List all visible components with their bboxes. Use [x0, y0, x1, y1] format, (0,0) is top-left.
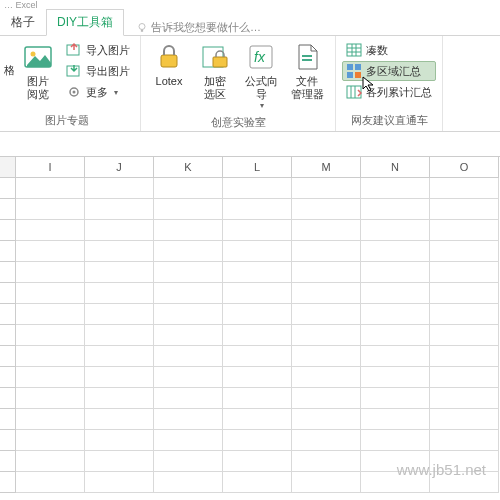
cell[interactable]	[430, 241, 499, 262]
cell[interactable]	[16, 409, 85, 430]
cell[interactable]	[361, 241, 430, 262]
cell[interactable]	[292, 367, 361, 388]
cell[interactable]	[154, 241, 223, 262]
select-all-corner[interactable]	[0, 157, 16, 178]
cell[interactable]	[292, 241, 361, 262]
lotex-button[interactable]: Lotex	[147, 38, 191, 113]
cell[interactable]	[292, 304, 361, 325]
cell[interactable]	[154, 283, 223, 304]
col-header[interactable]: M	[292, 157, 361, 178]
cell[interactable]	[16, 262, 85, 283]
cell[interactable]	[223, 367, 292, 388]
cell[interactable]	[430, 304, 499, 325]
cell[interactable]	[154, 199, 223, 220]
multi-region-summary-button[interactable]: 多区域汇总	[342, 61, 436, 81]
cell[interactable]	[361, 409, 430, 430]
cell[interactable]	[16, 304, 85, 325]
cell[interactable]	[223, 304, 292, 325]
tell-me-search[interactable]: 告诉我您想要做什么…	[136, 20, 261, 35]
cell[interactable]	[85, 241, 154, 262]
col-header[interactable]: I	[16, 157, 85, 178]
cell[interactable]	[16, 220, 85, 241]
cell[interactable]	[85, 262, 154, 283]
cell[interactable]	[16, 325, 85, 346]
cell[interactable]	[85, 325, 154, 346]
cell[interactable]	[154, 409, 223, 430]
row-header[interactable]	[0, 451, 16, 472]
cell[interactable]	[85, 409, 154, 430]
cell[interactable]	[361, 199, 430, 220]
tab-partial-left[interactable]: 格子	[0, 9, 46, 35]
cell[interactable]	[154, 325, 223, 346]
cell[interactable]	[292, 262, 361, 283]
row-header[interactable]	[0, 178, 16, 199]
cell[interactable]	[361, 283, 430, 304]
row-header[interactable]	[0, 220, 16, 241]
cell[interactable]	[16, 241, 85, 262]
col-header[interactable]: O	[430, 157, 499, 178]
row-header[interactable]	[0, 346, 16, 367]
cell[interactable]	[154, 346, 223, 367]
cell[interactable]	[16, 199, 85, 220]
export-image-button[interactable]: 导出图片	[62, 61, 134, 81]
cell[interactable]	[430, 178, 499, 199]
cell[interactable]	[430, 283, 499, 304]
cell[interactable]	[430, 199, 499, 220]
cell[interactable]	[430, 430, 499, 451]
cell[interactable]	[154, 472, 223, 493]
cell[interactable]	[223, 325, 292, 346]
row-header[interactable]	[0, 409, 16, 430]
cell[interactable]	[85, 346, 154, 367]
cell[interactable]	[16, 346, 85, 367]
cell[interactable]	[154, 388, 223, 409]
row-header[interactable]	[0, 283, 16, 304]
cell[interactable]	[16, 283, 85, 304]
cell[interactable]	[292, 409, 361, 430]
cell[interactable]	[223, 346, 292, 367]
cell[interactable]	[430, 388, 499, 409]
cell[interactable]	[223, 241, 292, 262]
cell[interactable]	[292, 199, 361, 220]
cell[interactable]	[16, 430, 85, 451]
cell[interactable]	[85, 388, 154, 409]
cell[interactable]	[430, 409, 499, 430]
cell[interactable]	[154, 367, 223, 388]
formula-wizard-button[interactable]: fx 公式向导▾	[239, 38, 283, 113]
cell[interactable]	[85, 472, 154, 493]
cell[interactable]	[292, 430, 361, 451]
cell[interactable]	[85, 430, 154, 451]
cell[interactable]	[154, 451, 223, 472]
encrypt-selection-button[interactable]: 加密选区	[193, 38, 237, 113]
cell[interactable]	[85, 199, 154, 220]
cell[interactable]	[361, 325, 430, 346]
col-header[interactable]: K	[154, 157, 223, 178]
cell[interactable]	[85, 451, 154, 472]
cell[interactable]	[16, 451, 85, 472]
row-header[interactable]	[0, 325, 16, 346]
row-header[interactable]	[0, 241, 16, 262]
row-header[interactable]	[0, 430, 16, 451]
cell[interactable]	[292, 325, 361, 346]
cell[interactable]	[85, 283, 154, 304]
more-button[interactable]: 更多▾	[62, 82, 134, 102]
cell[interactable]	[292, 346, 361, 367]
cell[interactable]	[430, 325, 499, 346]
cell[interactable]	[361, 346, 430, 367]
cell[interactable]	[223, 262, 292, 283]
cell[interactable]	[85, 178, 154, 199]
cell[interactable]	[223, 283, 292, 304]
cell[interactable]	[223, 178, 292, 199]
col-header[interactable]: L	[223, 157, 292, 178]
cell[interactable]	[361, 220, 430, 241]
cell[interactable]	[223, 409, 292, 430]
cell[interactable]	[292, 220, 361, 241]
cell[interactable]	[430, 346, 499, 367]
cell[interactable]	[292, 178, 361, 199]
cell[interactable]	[16, 472, 85, 493]
cell[interactable]	[361, 388, 430, 409]
cell[interactable]	[85, 367, 154, 388]
cell[interactable]	[223, 220, 292, 241]
cell[interactable]	[361, 367, 430, 388]
cell[interactable]	[154, 262, 223, 283]
cell[interactable]	[223, 199, 292, 220]
